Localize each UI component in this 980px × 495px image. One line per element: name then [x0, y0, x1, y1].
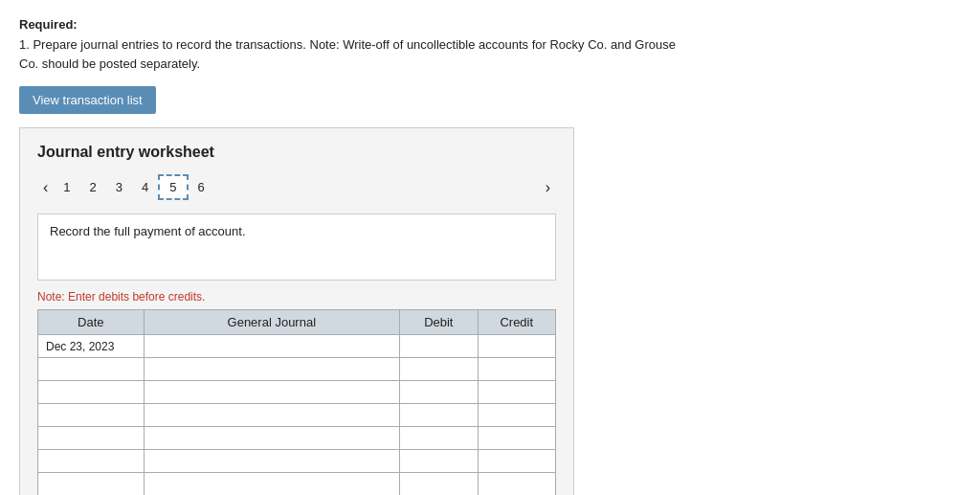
- page-6-button[interactable]: 6: [189, 176, 214, 198]
- page-2-button[interactable]: 2: [80, 176, 106, 198]
- cell-debit[interactable]: [400, 335, 478, 358]
- worksheet-container: Journal entry worksheet ‹ 1 2 3 4 5 6 › …: [19, 127, 574, 495]
- worksheet-title: Journal entry worksheet: [37, 144, 556, 161]
- cell-debit[interactable]: [400, 473, 478, 496]
- cell-debit[interactable]: [400, 450, 478, 473]
- cell-credit[interactable]: [478, 427, 555, 450]
- cell-journal[interactable]: [144, 404, 400, 427]
- table-row: [38, 381, 556, 404]
- cell-credit[interactable]: [478, 473, 555, 496]
- cell-credit[interactable]: [478, 404, 555, 427]
- cell-journal[interactable]: [144, 427, 400, 450]
- view-transaction-button[interactable]: View transaction list: [19, 86, 156, 114]
- cell-debit[interactable]: [400, 427, 478, 450]
- cell-journal[interactable]: [144, 358, 400, 381]
- page-5-button[interactable]: 5: [158, 174, 188, 200]
- col-date: Date: [38, 310, 145, 335]
- cell-date[interactable]: [38, 404, 145, 427]
- cell-date[interactable]: Dec 23, 2023: [38, 335, 145, 358]
- journal-table: Date General Journal Debit Credit Dec 23…: [37, 309, 556, 495]
- prev-page-button[interactable]: ‹: [37, 177, 54, 198]
- col-credit: Credit: [478, 310, 555, 335]
- cell-date[interactable]: [38, 381, 145, 404]
- pagination-row: ‹ 1 2 3 4 5 6 ›: [37, 174, 556, 200]
- page-4-button[interactable]: 4: [132, 176, 158, 198]
- col-general-journal: General Journal: [144, 310, 400, 335]
- cell-credit[interactable]: [478, 335, 555, 358]
- cell-credit[interactable]: [478, 358, 555, 381]
- cell-journal[interactable]: [144, 335, 400, 358]
- next-page-button[interactable]: ›: [540, 177, 556, 198]
- cell-debit[interactable]: [400, 404, 478, 427]
- cell-date[interactable]: [38, 450, 145, 473]
- cell-credit[interactable]: [478, 381, 555, 404]
- table-row: [38, 358, 556, 381]
- table-row: [38, 427, 556, 450]
- cell-journal[interactable]: [144, 381, 400, 404]
- table-row: [38, 450, 556, 473]
- cell-journal[interactable]: [144, 473, 400, 496]
- table-row: [38, 473, 556, 496]
- cell-debit[interactable]: [400, 381, 478, 404]
- table-row: Dec 23, 2023: [38, 335, 556, 358]
- required-text: 1. Prepare journal entries to record the…: [19, 35, 689, 73]
- page-3-button[interactable]: 3: [106, 176, 132, 198]
- cell-journal[interactable]: [144, 450, 400, 473]
- required-label: Required:: [19, 17, 961, 32]
- required-section: Required: 1. Prepare journal entries to …: [19, 17, 961, 73]
- cell-date[interactable]: [38, 473, 145, 496]
- page-1-button[interactable]: 1: [54, 176, 79, 198]
- cell-credit[interactable]: [478, 450, 555, 473]
- description-box: Record the full payment of account.: [37, 214, 556, 281]
- col-debit: Debit: [400, 310, 478, 335]
- cell-date[interactable]: [38, 427, 145, 450]
- cell-debit[interactable]: [400, 358, 478, 381]
- note-text: Note: Enter debits before credits.: [37, 290, 556, 304]
- table-row: [38, 404, 556, 427]
- cell-date[interactable]: [38, 358, 145, 381]
